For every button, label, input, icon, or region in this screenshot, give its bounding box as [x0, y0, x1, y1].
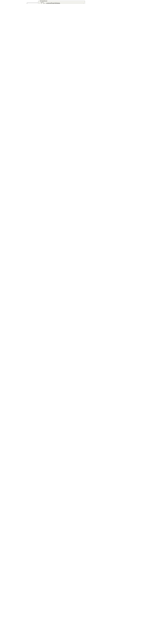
common-power-attributes-group: grp: commonPowerAttributes id The local … — [40, 3, 84, 4]
attributes-container: attributes grp: commonPowerAttributes id… — [38, 1, 85, 4]
attributes-label: attributes — [42, 0, 47, 2]
group-icon — [41, 2, 43, 4]
attributes-header-icon — [40, 0, 42, 2]
